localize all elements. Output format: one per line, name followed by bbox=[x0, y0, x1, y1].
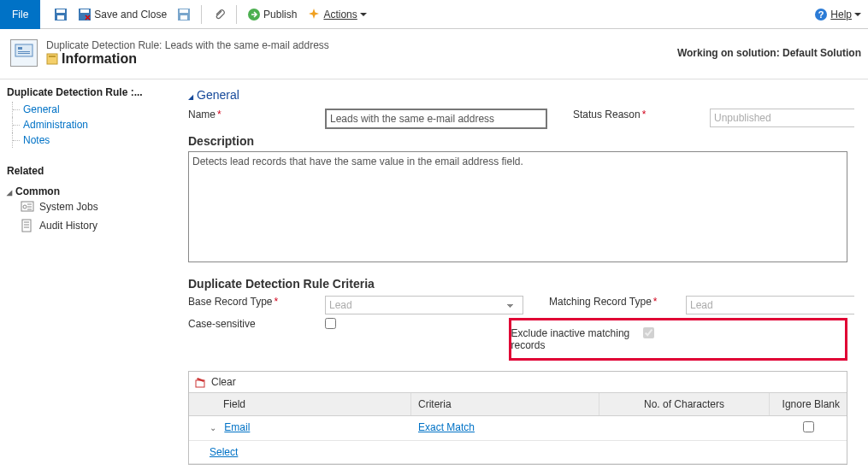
solution-label: Working on solution: Default Solution bbox=[677, 47, 861, 59]
save-close-label: Save and Close bbox=[94, 9, 167, 21]
case-sensitive-checkbox[interactable] bbox=[325, 318, 336, 329]
form-icon bbox=[46, 53, 58, 65]
page-header: Duplicate Detection Rule: Leads with the… bbox=[0, 29, 868, 79]
clear-button[interactable]: Clear bbox=[211, 376, 236, 388]
description-label: Description bbox=[188, 134, 847, 148]
help-button[interactable]: ? Help bbox=[814, 8, 861, 21]
save-icon bbox=[54, 8, 68, 21]
publish-label: Publish bbox=[263, 9, 297, 21]
criteria-columns: Field Criteria No. of Characters Ignore … bbox=[189, 393, 847, 416]
nav-related-label: Related bbox=[7, 163, 176, 179]
save-as-icon bbox=[177, 8, 191, 21]
save-close-icon bbox=[78, 8, 92, 21]
match-type-label: Matching Record Type* bbox=[549, 296, 686, 308]
exclude-checkbox[interactable] bbox=[643, 327, 654, 338]
name-label: Name* bbox=[188, 109, 325, 120]
svg-rect-6 bbox=[180, 9, 188, 13]
match-type-select[interactable]: Lead bbox=[686, 296, 868, 314]
nav-item-notes[interactable]: Notes bbox=[12, 132, 176, 148]
separator bbox=[236, 5, 237, 24]
nav-item-audit-history[interactable]: Audit History bbox=[7, 216, 176, 235]
form-main: General Name* Status Reason* Unpublished… bbox=[180, 79, 868, 472]
criteria-row: ⌄ Email Exact Match bbox=[189, 416, 847, 441]
chevron-down-icon[interactable]: ⌄ bbox=[210, 423, 216, 432]
audit-icon bbox=[21, 219, 34, 232]
header-breadcrumb: Duplicate Detection Rule: Leads with the… bbox=[46, 39, 677, 51]
publish-icon bbox=[247, 8, 261, 21]
svg-rect-13 bbox=[18, 51, 30, 52]
svg-rect-14 bbox=[18, 53, 30, 54]
section-general[interactable]: General bbox=[188, 88, 847, 102]
svg-rect-12 bbox=[18, 47, 22, 50]
col-chars: No. of Characters bbox=[599, 393, 770, 415]
col-criteria: Criteria bbox=[411, 393, 599, 415]
nav-item-administration[interactable]: Administration bbox=[12, 117, 176, 132]
ignore-blank-checkbox[interactable] bbox=[803, 421, 814, 432]
attach-button[interactable] bbox=[207, 3, 231, 26]
actions-label: Actions bbox=[323, 9, 357, 21]
status-label: Status Reason* bbox=[573, 109, 710, 120]
description-textarea[interactable] bbox=[188, 151, 847, 262]
svg-rect-15 bbox=[47, 54, 57, 64]
ribbon: File Save and Close Publish Actions ? He… bbox=[0, 0, 868, 29]
criteria-grid: Clear Field Criteria No. of Characters I… bbox=[188, 371, 847, 465]
actions-button[interactable]: Actions bbox=[302, 3, 371, 26]
criteria-link[interactable]: Exact Match bbox=[418, 421, 475, 433]
base-type-select[interactable]: Lead bbox=[325, 296, 523, 314]
chevron-down-icon bbox=[854, 13, 861, 16]
svg-rect-4 bbox=[80, 9, 89, 13]
help-label: Help bbox=[830, 9, 852, 21]
field-link[interactable]: Email bbox=[224, 421, 250, 433]
case-sensitive-label: Case-sensitive bbox=[188, 318, 325, 330]
paperclip-icon bbox=[212, 8, 226, 21]
clear-icon bbox=[194, 375, 208, 389]
svg-rect-11 bbox=[15, 44, 32, 56]
exclude-label: Exclude inactive matching records bbox=[511, 327, 643, 351]
criteria-heading: Duplicate Detection Rule Criteria bbox=[188, 277, 847, 291]
chevron-down-icon bbox=[360, 13, 367, 16]
svg-text:?: ? bbox=[818, 9, 824, 20]
col-field: Field bbox=[189, 393, 411, 415]
status-select[interactable]: Unpublished bbox=[710, 109, 868, 127]
file-tab[interactable]: File bbox=[0, 0, 40, 29]
criteria-toolbar: Clear bbox=[189, 372, 847, 393]
left-nav: Duplicate Detection Rule :... General Ad… bbox=[0, 79, 180, 472]
base-type-label: Base Record Type* bbox=[188, 296, 325, 308]
save-and-close-button[interactable]: Save and Close bbox=[73, 3, 172, 26]
exclude-highlight: Exclude inactive matching records bbox=[509, 318, 848, 361]
page-title: Information bbox=[62, 51, 137, 67]
nav-breadcrumb: Duplicate Detection Rule :... bbox=[7, 86, 176, 102]
svg-rect-1 bbox=[56, 9, 65, 13]
entity-icon bbox=[10, 39, 38, 67]
save-as-button[interactable] bbox=[172, 3, 196, 26]
col-ignore: Ignore Blank bbox=[770, 393, 847, 415]
system-jobs-icon bbox=[21, 200, 34, 214]
publish-button[interactable]: Publish bbox=[242, 3, 302, 26]
actions-icon bbox=[307, 8, 321, 21]
nav-item-label: Audit History bbox=[39, 220, 97, 232]
svg-rect-16 bbox=[49, 56, 56, 57]
nav-item-label: System Jobs bbox=[39, 201, 98, 213]
name-input[interactable] bbox=[325, 109, 547, 129]
help-icon: ? bbox=[814, 8, 828, 21]
nav-common-header[interactable]: Common bbox=[7, 185, 176, 197]
criteria-row: Select bbox=[189, 441, 847, 464]
nav-item-system-jobs[interactable]: System Jobs bbox=[7, 197, 176, 216]
separator bbox=[201, 5, 202, 24]
svg-rect-7 bbox=[180, 15, 187, 20]
save-button[interactable] bbox=[49, 3, 73, 26]
field-select-link[interactable]: Select bbox=[210, 446, 238, 458]
svg-rect-2 bbox=[57, 15, 64, 20]
svg-rect-19 bbox=[22, 220, 31, 232]
nav-item-general[interactable]: General bbox=[12, 102, 176, 117]
